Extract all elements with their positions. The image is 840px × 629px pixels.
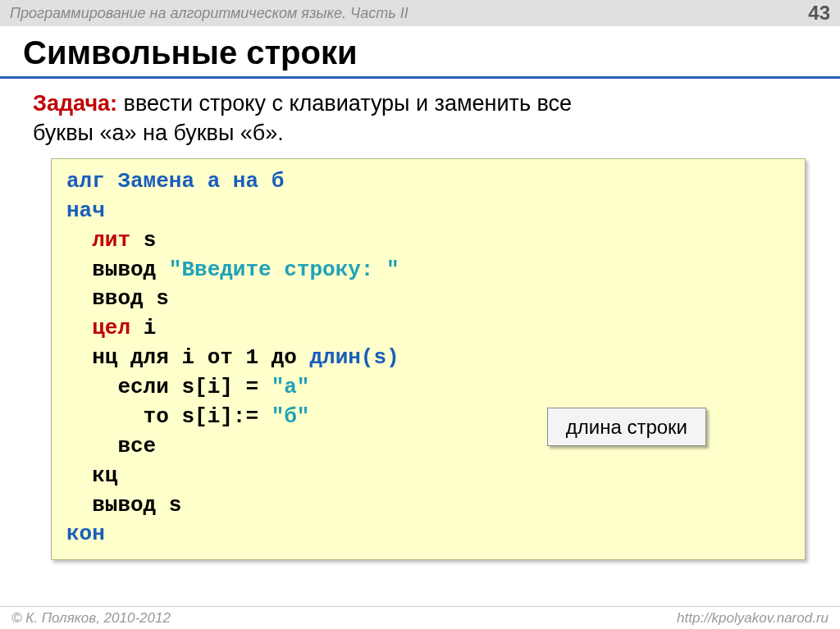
code-line-13: кон [66,520,790,549]
page-number: 43 [808,2,830,25]
code-line-1: алг Замена а на б [66,167,790,197]
title-divider [0,76,840,79]
code-line-8: если s[i] = "а" [66,373,790,403]
footer-url: http://kpolyakov.narod.ru [677,610,829,627]
kw-alg: алг [66,169,105,194]
code-line-4: вывод "Введите строку: " [66,256,790,285]
code-line-12: вывод s [66,491,790,521]
code-line-2: нач [66,197,790,226]
topbar: Программирование на алгоритмическом язык… [0,0,840,26]
task-text-line1: ввести строку с клавиатуры и заменить вс… [117,91,572,116]
string-literal-prompt: "Введите строку: " [169,258,399,282]
copyright: © К. Поляков, 2010-2012 [11,610,171,627]
loop-prefix: нц для i от 1 до [66,345,309,370]
code-line-3: лит s [66,226,790,256]
fn-dlin: длин(s) [309,345,399,370]
string-literal-b: "б" [272,404,310,429]
task-statement: Задача: ввести строку с клавиатуры и зам… [0,89,840,158]
footer: © К. Поляков, 2010-2012 http://kpolyakov… [0,606,840,629]
slide: Программирование на алгоритмическом язык… [0,0,840,629]
page-title: Символьные строки [0,26,840,76]
code-line-6: цел i [66,314,790,344]
string-literal-a: "а" [272,375,310,399]
breadcrumb: Программирование на алгоритмическом язык… [10,5,409,22]
alg-name: Замена а на б [105,169,284,194]
code-block: алг Замена а на б нач лит s вывод "Введи… [51,158,806,560]
kw-lit: лит [92,228,130,253]
stmt-output-prefix: вывод [66,258,169,282]
code-line-7: нц для i от 1 до длин(s) [66,344,790,373]
code-line-5: ввод s [66,285,790,314]
var-i: i [130,316,156,340]
var-s: s [130,228,156,253]
if-prefix: если s[i] = [66,375,272,399]
then-prefix: то s[i]:= [66,404,272,429]
kw-int: цел [92,316,130,340]
task-text-line2: буквы «а» на буквы «б». [33,121,284,145]
code-line-11: кц [66,462,790,491]
callout-length: длина строки [547,408,706,446]
task-label: Задача: [33,91,117,116]
